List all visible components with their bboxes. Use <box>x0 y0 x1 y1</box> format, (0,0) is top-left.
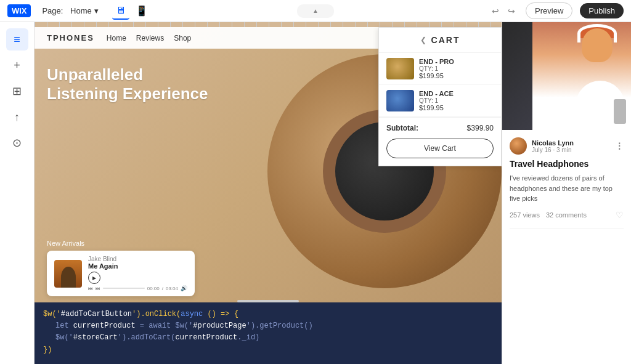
publish-button[interactable]: Publish <box>580 3 624 18</box>
sidebar-components-icon[interactable]: ⊞ <box>6 80 28 102</box>
hero-title-line1: Unparalleled <box>47 65 143 84</box>
nav-home[interactable]: Home <box>107 34 126 42</box>
cart-chevron-icon[interactable]: ❮ <box>420 36 426 44</box>
page-name: Home <box>70 6 92 15</box>
blog-stats-row: 257 views 32 comments ♡ <box>510 210 624 220</box>
view-toggle-group: 🖥 📱 <box>112 2 150 20</box>
volume-icon[interactable]: 🔊 <box>181 285 187 291</box>
timeline-current: 00:00 <box>147 286 160 291</box>
right-panel: Nicolas Lynn July 16 · 3 min ⋮ Travel He… <box>502 22 631 364</box>
cart-header: ❮ CART <box>379 28 501 53</box>
desktop-view-icon[interactable]: 🖥 <box>112 2 129 20</box>
blog-author-name: Nicolas Lynn <box>532 139 610 147</box>
nav-reviews[interactable]: Reviews <box>136 34 164 42</box>
player-thumb-visual <box>54 260 82 288</box>
site-nav-links: Home Reviews Shop <box>107 34 191 42</box>
undo-redo-group: ↩ ↪ <box>489 4 518 18</box>
cart-title: CART <box>431 35 460 45</box>
play-button[interactable]: ▶ <box>88 272 100 284</box>
scroll-indicator <box>237 300 299 302</box>
cart-item: END - ACE QTY: 1 $199.95 <box>379 85 501 117</box>
cart-item-image-1 <box>386 58 414 79</box>
cart-dropdown: ❮ CART END - PRO QTY: 1 $199.95 E <box>378 27 502 166</box>
site-brand: TPHONES <box>47 33 94 42</box>
page-chevron-icon: ▾ <box>94 6 99 15</box>
cart-item-name-1: END - PRO <box>419 58 494 65</box>
player-song: Me Again <box>88 262 187 270</box>
music-player[interactable]: Jake Blind Me Again ▶ ⏮ ⏭ 00:00 <box>47 251 195 296</box>
player-thumb-figure <box>61 267 76 288</box>
profile-hero-image <box>502 22 631 130</box>
blog-divider <box>510 229 624 229</box>
cart-item-qty-1: QTY: 1 <box>419 65 494 72</box>
player-artist: Jake Blind <box>88 256 187 262</box>
main-area: ≡ + ⊞ ↑ ⊙ TPHONES Home <box>0 22 631 364</box>
preview-button[interactable]: Preview <box>526 2 572 19</box>
code-line-1: $w('#addToCartButton').onClick(async () … <box>43 310 238 318</box>
cart-subtotal-amount: $399.90 <box>467 124 494 132</box>
hero-title: Unparalleled Listening Experience <box>47 65 208 103</box>
cart-item-price-2: $199.95 <box>419 104 494 111</box>
timeline-bar[interactable] <box>103 288 145 289</box>
cart-item-qty-2: QTY: 1 <box>419 97 494 104</box>
undo-button[interactable]: ↩ <box>489 4 502 18</box>
page-label: Page: <box>42 6 63 15</box>
hero-title-line2: Listening Experience <box>47 84 208 103</box>
wix-logo[interactable]: WiX <box>7 4 31 17</box>
blog-like-button[interactable]: ♡ <box>616 210 624 220</box>
sidebar-upload-icon[interactable]: ↑ <box>6 106 28 128</box>
mobile-view-icon[interactable]: 📱 <box>133 2 150 20</box>
page-selector[interactable]: Page: Home ▾ <box>38 4 102 17</box>
profile-person-visual <box>532 22 631 130</box>
view-cart-button[interactable]: View Cart <box>386 139 494 158</box>
blog-title: Travel Headphones <box>510 158 624 169</box>
cart-item-price-1: $199.95 <box>419 72 494 79</box>
blog-comments: 32 comments <box>546 211 587 219</box>
ruler-top <box>35 22 502 27</box>
nav-shop[interactable]: Shop <box>174 34 191 42</box>
cart-item-image-2 <box>386 90 414 111</box>
blog-author-info: Nicolas Lynn July 16 · 3 min <box>532 139 610 153</box>
hero-text: Unparalleled Listening Experience <box>47 65 208 103</box>
blog-more-button[interactable]: ⋮ <box>615 141 624 151</box>
player-info: Jake Blind Me Again ▶ ⏮ ⏭ 00:00 <box>88 256 187 291</box>
cart-item-name-2: END - ACE <box>419 90 494 97</box>
blog-author-row: Nicolas Lynn July 16 · 3 min ⋮ <box>510 137 624 155</box>
canvas-area: TPHONES Home Reviews Shop Unparalleled L… <box>35 22 502 364</box>
player-timeline: ⏮ ⏭ 00:00 / 03:04 🔊 <box>88 285 187 291</box>
sidebar-database-icon[interactable]: ⊙ <box>6 132 28 154</box>
code-line-3: $w('#storeCart').addToCart(currentProduc… <box>43 332 493 344</box>
new-arrivals: New Arrivals Jake Blind Me Again ▶ <box>47 240 195 296</box>
profile-head <box>582 28 613 62</box>
timeline-separator: / <box>162 286 163 291</box>
blog-author-date: July 16 · 3 min <box>532 147 610 153</box>
code-panel[interactable]: $w('#addToCartButton').onClick(async () … <box>35 302 502 364</box>
cart-subtotal: Subtotal: $399.90 <box>379 117 501 139</box>
timeline-total: 03:04 <box>166 286 178 291</box>
code-line-4: }) <box>43 346 52 354</box>
blog-excerpt: I've reviewed dozens of pairs of headpho… <box>510 173 624 204</box>
redo-button[interactable]: ↪ <box>505 4 518 18</box>
left-sidebar: ≡ + ⊞ ↑ ⊙ <box>0 22 35 364</box>
new-arrivals-label: New Arrivals <box>47 240 195 247</box>
next-track-icon[interactable]: ⏭ <box>96 286 100 291</box>
code-line-2: let currentProduct = await $w('#productP… <box>43 320 493 332</box>
blog-card: Nicolas Lynn July 16 · 3 min ⋮ Travel He… <box>502 130 631 364</box>
scroll-up-icon[interactable]: ▲ <box>312 7 319 14</box>
player-thumbnail <box>54 260 82 288</box>
profile-tattoo <box>614 99 626 124</box>
cart-item-details-2: END - ACE QTY: 1 $199.95 <box>419 90 494 111</box>
blog-avatar <box>510 137 527 155</box>
topbar-center: ▲ <box>297 4 334 18</box>
scroll-indicator-box: ▲ <box>297 4 334 18</box>
prev-track-icon[interactable]: ⏮ <box>88 286 93 291</box>
topbar: WiX Page: Home ▾ 🖥 📱 ▲ ↩ ↪ Preview Publi… <box>0 0 631 22</box>
player-controls: ▶ <box>88 272 187 284</box>
sidebar-add-icon[interactable]: + <box>6 54 28 76</box>
cart-item: END - PRO QTY: 1 $199.95 <box>379 53 501 85</box>
cart-item-details-1: END - PRO QTY: 1 $199.95 <box>419 58 494 79</box>
cart-subtotal-label: Subtotal: <box>386 124 418 132</box>
sidebar-pages-icon[interactable]: ≡ <box>6 28 28 51</box>
blog-views: 257 views <box>510 211 540 219</box>
website-preview: TPHONES Home Reviews Shop Unparalleled L… <box>35 22 502 302</box>
